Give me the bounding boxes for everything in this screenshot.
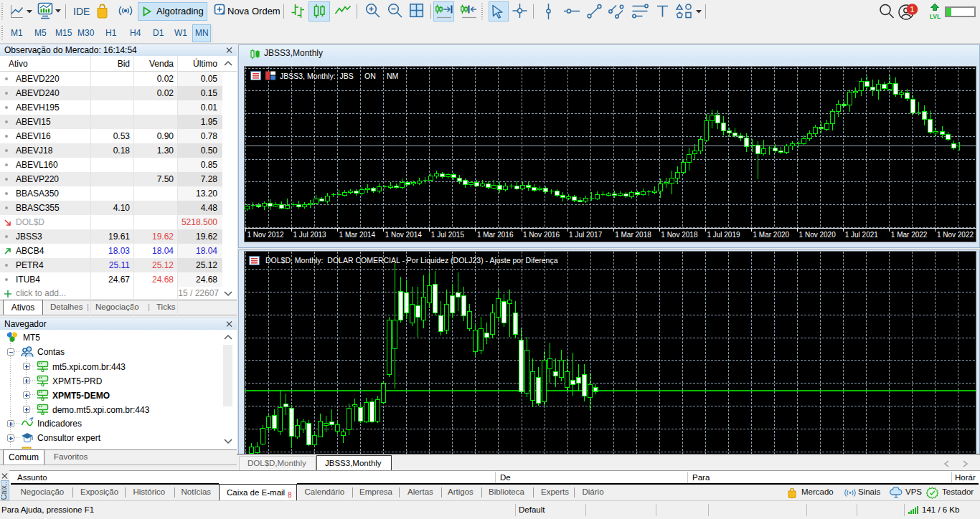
svg-text:1 Nov 2014: 1 Nov 2014 <box>385 231 423 239</box>
svg-text:1 Jul 2015: 1 Jul 2015 <box>431 231 465 239</box>
svg-text:1 Nov 2020: 1 Nov 2020 <box>799 231 837 239</box>
svg-text:1 Nov 2012: 1 Nov 2012 <box>247 231 284 239</box>
svg-text:1: 1 <box>910 5 914 14</box>
svg-text:1 Mar 2018: 1 Mar 2018 <box>615 231 651 239</box>
svg-text:1 Jul 2013: 1 Jul 2013 <box>293 231 327 239</box>
svg-text:1 Mar 2020: 1 Mar 2020 <box>753 231 790 239</box>
svg-text:ON: ON <box>364 72 376 80</box>
svg-text:LVL: LVL <box>930 13 941 20</box>
svg-text:1 Mar 2016: 1 Mar 2016 <box>477 231 514 239</box>
svg-text:JBSS3, Monthly: JBS: JBSS3, Monthly: JBS <box>280 72 354 80</box>
svg-text:DOL$D, Monthly: DOLAR COMERCI: DOL$D, Monthly: DOLAR COMERCIAL - Por Li… <box>265 256 558 265</box>
svg-text:NM: NM <box>387 72 398 80</box>
svg-text:1 Nov 2018: 1 Nov 2018 <box>661 231 698 239</box>
svg-text:1 Mar 2022: 1 Mar 2022 <box>891 231 928 239</box>
svg-text:1 Nov 2022: 1 Nov 2022 <box>937 231 974 239</box>
svg-text:1 Jul 2017: 1 Jul 2017 <box>569 231 603 239</box>
svg-text:1 Mar 2014: 1 Mar 2014 <box>339 231 376 239</box>
svg-text:1 Jul 2019: 1 Jul 2019 <box>707 231 740 239</box>
svg-text:1 Nov 2016: 1 Nov 2016 <box>523 231 560 239</box>
svg-text:1 Jul 2021: 1 Jul 2021 <box>845 231 879 239</box>
